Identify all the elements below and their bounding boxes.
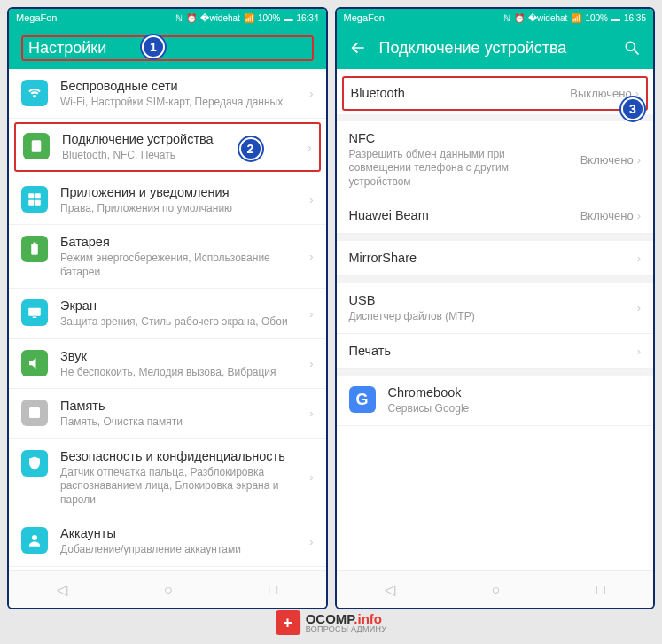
chevron-right-icon: › <box>637 209 641 222</box>
svg-rect-9 <box>29 407 40 418</box>
nfc-icon: ℕ <box>503 13 510 23</box>
nav-home[interactable]: ○ <box>492 582 501 598</box>
row-title: Батарея <box>60 234 297 251</box>
row-nfc[interactable]: NFC Разрешить обмен данными при совмещен… <box>337 121 654 199</box>
row-subtitle: Память, Очистка памяти <box>60 415 297 430</box>
device-icon <box>23 133 50 159</box>
chevron-right-icon: › <box>637 345 641 358</box>
nav-recent[interactable]: □ <box>269 582 277 598</box>
row-subtitle: Сервисы Google <box>388 402 642 416</box>
row-battery[interactable]: Батарея Режим энергосбережения, Использо… <box>9 225 326 289</box>
row-chromebook[interactable]: G Chromebook Сервисы Google <box>337 376 654 425</box>
nav-recent[interactable]: □ <box>596 582 605 598</box>
row-title: Chromebook <box>388 384 642 401</box>
back-icon[interactable] <box>349 39 367 57</box>
svg-rect-6 <box>34 243 36 244</box>
row-value: Включено <box>580 209 634 222</box>
row-value: Включено <box>580 153 634 167</box>
battery-label: 100% <box>585 13 608 23</box>
battery-icon: ▬ <box>284 13 292 23</box>
status-bar: MegaFon ℕ ⏰ �widehat 📶 100% ▬ 16:35 <box>337 9 654 27</box>
display-icon <box>21 299 48 326</box>
row-security[interactable]: Безопасность и конфиденциальность Датчик… <box>9 439 326 517</box>
svg-rect-2 <box>35 193 41 198</box>
svg-rect-4 <box>35 200 41 206</box>
row-title: Звук <box>60 348 297 365</box>
nav-back[interactable]: ◁ <box>57 581 67 598</box>
row-bluetooth[interactable]: Bluetooth Выключено › <box>342 76 649 111</box>
chevron-right-icon: › <box>637 252 641 265</box>
chevron-right-icon: › <box>309 250 313 263</box>
carrier-label: MegaFon <box>16 12 57 23</box>
row-title: Bluetooth <box>351 85 558 102</box>
svg-rect-7 <box>28 308 41 316</box>
battery-icon: ▬ <box>611 13 620 23</box>
row-title: Huawei Beam <box>349 207 568 224</box>
storage-icon <box>21 400 48 426</box>
row-wireless[interactable]: Беспроводные сети Wi-Fi, Настройки SIM-к… <box>9 69 326 119</box>
row-value: Выключено <box>570 87 631 100</box>
wifi-icon <box>21 80 48 106</box>
search-icon[interactable] <box>623 39 641 57</box>
row-apps[interactable]: Приложения и уведомления Права, Приложен… <box>9 175 326 225</box>
row-subtitle: Добавление/управление аккаунтами <box>60 543 297 557</box>
svg-rect-3 <box>28 200 34 206</box>
time-label: 16:34 <box>296 13 318 23</box>
row-storage[interactable]: Память Память, Очистка памяти › <box>9 389 326 438</box>
watermark-title: OCOMP.info <box>306 612 387 625</box>
nav-home[interactable]: ○ <box>164 582 173 598</box>
phone-right: MegaFon ℕ ⏰ �widehat 📶 100% ▬ 16:35 Подк… <box>335 7 656 609</box>
apps-icon <box>21 186 48 213</box>
svg-line-12 <box>635 50 639 55</box>
row-print[interactable]: Печать › <box>337 334 654 369</box>
row-title: Аккаунты <box>60 525 297 542</box>
nav-bar: ◁ ○ □ <box>337 570 654 608</box>
row-accounts[interactable]: Аккаунты Добавление/управление аккаунтам… <box>9 516 326 566</box>
row-subtitle: Wi-Fi, Настройки SIM-карт, Передача данн… <box>60 96 297 110</box>
row-display[interactable]: Экран Защита зрения, Стиль рабочего экра… <box>9 289 326 338</box>
row-subtitle: Права, Приложения по умолчанию <box>60 202 297 216</box>
page-title: Настройки <box>21 35 314 61</box>
divider <box>337 369 654 376</box>
row-title: Память <box>60 398 297 415</box>
time-label: 16:35 <box>624 13 646 23</box>
connection-list[interactable]: Bluetooth Выключено › 3 NFC Разрешить об… <box>337 69 654 570</box>
chevron-right-icon: › <box>309 407 313 420</box>
chevron-right-icon: › <box>309 307 313 321</box>
signal-icon: 📶 <box>244 13 254 23</box>
callout-3: 3 <box>621 97 644 120</box>
page-title: Подключение устройства <box>379 39 611 58</box>
row-huawei-beam[interactable]: Huawei Beam Включено › <box>337 198 654 234</box>
row-title: Экран <box>60 298 297 314</box>
watermark: + OCOMP.info ВОПРОСЫ АДМИНУ <box>276 610 387 635</box>
carrier-label: MegaFon <box>344 12 385 23</box>
chevron-right-icon: › <box>309 193 313 206</box>
chevron-right-icon: › <box>308 141 311 154</box>
nfc-icon: ℕ <box>175 13 183 23</box>
chevron-right-icon: › <box>309 470 313 484</box>
sound-icon <box>21 350 48 376</box>
google-icon: G <box>349 386 376 413</box>
row-sound[interactable]: Звук Не беспокоить, Мелодия вызова, Вибр… <box>9 339 326 389</box>
settings-list[interactable]: Беспроводные сети Wi-Fi, Настройки SIM-к… <box>9 69 326 570</box>
row-title: Беспроводные сети <box>60 78 297 95</box>
shield-icon <box>21 450 48 477</box>
phone-left: MegaFon ℕ ⏰ �widehat 📶 100% ▬ 16:34 Наст… <box>7 7 328 609</box>
divider <box>337 114 654 121</box>
battery-label: 100% <box>258 13 281 23</box>
row-subtitle: Режим энергосбережения, Использование ба… <box>60 252 297 279</box>
row-title: MirrorShare <box>349 250 625 267</box>
alarm-icon: ⏰ <box>186 13 197 23</box>
row-title: USB <box>349 292 625 309</box>
divider <box>337 276 654 283</box>
alarm-icon: ⏰ <box>514 13 525 23</box>
nav-bar: ◁ ○ □ <box>9 570 326 608</box>
divider <box>337 234 654 241</box>
watermark-badge: + <box>276 610 300 635</box>
row-usb[interactable]: USB Диспетчер файлов (MTP) › <box>337 283 654 333</box>
row-mirrorshare[interactable]: MirrorShare › <box>337 241 654 276</box>
row-device-connection[interactable]: Подключение устройства Bluetooth, NFC, П… <box>14 122 321 171</box>
chevron-right-icon: › <box>309 87 313 100</box>
svg-rect-5 <box>31 244 38 255</box>
nav-back[interactable]: ◁ <box>385 581 395 598</box>
